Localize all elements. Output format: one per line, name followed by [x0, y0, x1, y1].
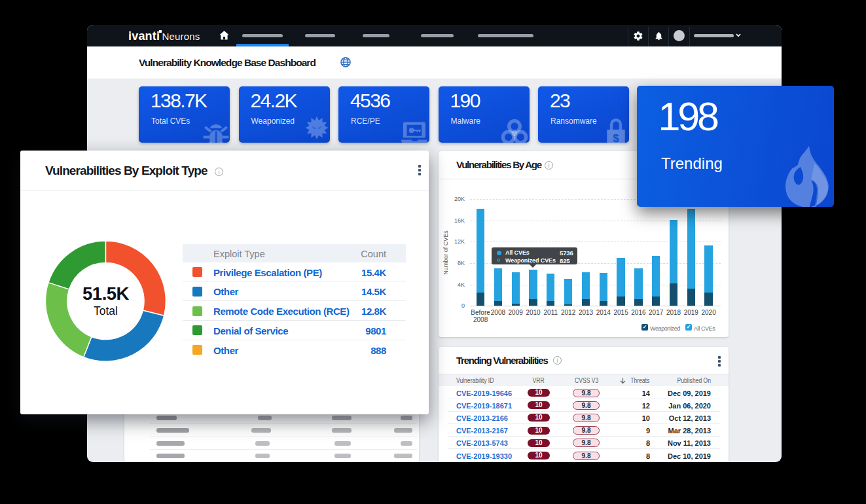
svg-text:$: $ [613, 132, 619, 143]
